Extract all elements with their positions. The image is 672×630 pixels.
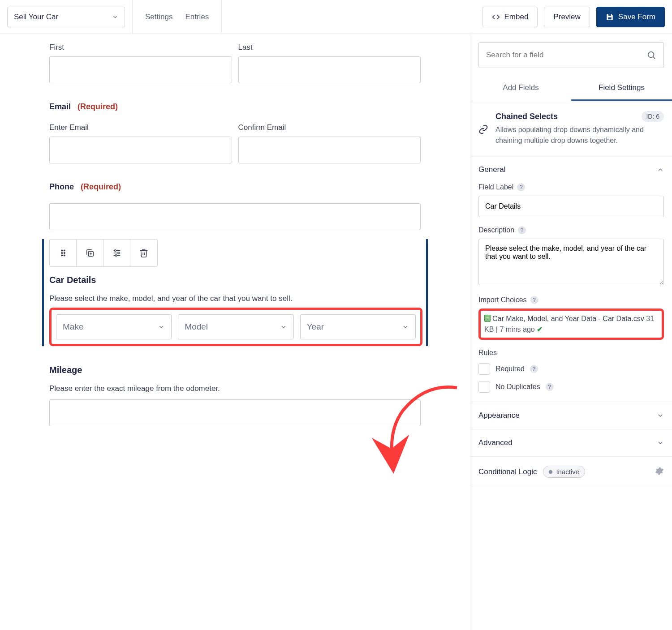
svg-point-2 bbox=[61, 250, 62, 251]
mileage-title: Mileage bbox=[49, 365, 421, 375]
field-search-input[interactable] bbox=[486, 51, 642, 60]
confirm-email-input[interactable] bbox=[238, 137, 421, 163]
no-duplicates-checkbox[interactable] bbox=[478, 381, 490, 393]
chevron-down-icon bbox=[112, 14, 118, 20]
nav-settings[interactable]: Settings bbox=[145, 13, 172, 21]
field-id-badge: ID: 6 bbox=[642, 111, 664, 122]
embed-button[interactable]: Embed bbox=[482, 7, 538, 27]
help-description[interactable]: ? bbox=[518, 226, 526, 234]
import-file-time: 7 mins ago bbox=[500, 326, 534, 333]
search-icon bbox=[646, 50, 656, 60]
accordion-appearance-header[interactable]: Appearance bbox=[470, 402, 672, 429]
save-icon bbox=[606, 13, 614, 21]
accordion-general-header[interactable]: General bbox=[470, 156, 672, 183]
svg-point-4 bbox=[61, 253, 62, 254]
duplicate-icon bbox=[85, 248, 95, 258]
selected-field-wrapper: Car Details Please select the make, mode… bbox=[42, 239, 428, 346]
chain-link-icon bbox=[478, 124, 488, 134]
first-name-input[interactable] bbox=[49, 56, 232, 83]
chevron-down-icon bbox=[158, 323, 165, 330]
save-label: Save Form bbox=[618, 13, 655, 21]
import-file-highlight: Car Make, Model, and Year Data - Car Dat… bbox=[478, 309, 664, 340]
tab-add-fields[interactable]: Add Fields bbox=[470, 76, 571, 101]
field-label-input[interactable] bbox=[478, 196, 664, 217]
model-dropdown[interactable]: Model bbox=[178, 314, 293, 339]
chevron-up-icon bbox=[657, 166, 664, 173]
chevron-down-icon bbox=[657, 439, 664, 446]
rules-label: Rules bbox=[478, 349, 664, 357]
chevron-down-icon bbox=[402, 323, 409, 330]
make-placeholder: Make bbox=[63, 322, 83, 332]
code-icon bbox=[492, 13, 500, 21]
last-name-label: Last bbox=[238, 43, 421, 52]
car-details-helper: Please select the make, model, and year … bbox=[49, 294, 422, 303]
chained-selects-highlight: Make Model Year bbox=[49, 308, 422, 346]
accordion-advanced-header[interactable]: Advanced bbox=[470, 429, 672, 456]
description-textarea[interactable] bbox=[478, 239, 664, 285]
phone-label: Phone bbox=[49, 182, 74, 191]
svg-line-18 bbox=[653, 57, 655, 59]
last-name-input[interactable] bbox=[238, 56, 421, 83]
mileage-input[interactable] bbox=[49, 399, 421, 426]
tab-field-settings[interactable]: Field Settings bbox=[571, 76, 672, 101]
phone-required-tag: (Required) bbox=[81, 182, 121, 191]
delete-button[interactable] bbox=[130, 240, 157, 266]
email-required-tag: (Required) bbox=[78, 102, 118, 111]
chevron-down-icon bbox=[280, 323, 287, 330]
field-label-label: Field Label bbox=[478, 183, 513, 191]
sliders-icon bbox=[112, 248, 122, 258]
year-dropdown[interactable]: Year bbox=[300, 314, 416, 339]
accordion-appearance-title: Appearance bbox=[478, 411, 520, 420]
gear-icon bbox=[655, 467, 664, 476]
car-details-title: Car Details bbox=[49, 275, 422, 285]
make-dropdown[interactable]: Make bbox=[56, 314, 172, 339]
conditional-status-text: Inactive bbox=[556, 468, 579, 476]
svg-point-7 bbox=[64, 255, 65, 256]
status-dot-icon bbox=[549, 470, 552, 474]
svg-rect-0 bbox=[608, 17, 612, 19]
form-selector-label: Sell Your Car bbox=[14, 13, 58, 21]
help-required[interactable]: ? bbox=[530, 365, 538, 373]
check-icon: ✔ bbox=[537, 326, 543, 333]
field-type-desc: Allows populating drop downs dynamically… bbox=[495, 124, 664, 146]
nav-entries[interactable]: Entries bbox=[185, 13, 209, 21]
svg-point-3 bbox=[64, 250, 65, 251]
required-checkbox[interactable] bbox=[478, 363, 490, 375]
description-label: Description bbox=[478, 226, 514, 234]
svg-point-16 bbox=[115, 255, 117, 257]
no-duplicates-label: No Duplicates bbox=[495, 383, 540, 391]
chevron-down-icon bbox=[657, 412, 664, 419]
help-no-duplicates[interactable]: ? bbox=[546, 383, 554, 391]
form-selector-dropdown[interactable]: Sell Your Car bbox=[7, 7, 125, 27]
required-label: Required bbox=[495, 365, 525, 373]
mileage-helper: Please enter the exact mileage from the … bbox=[49, 384, 421, 393]
enter-email-input[interactable] bbox=[49, 137, 232, 163]
preview-label: Preview bbox=[553, 13, 580, 21]
settings-button[interactable] bbox=[103, 240, 130, 266]
help-import-choices[interactable]: ? bbox=[530, 296, 538, 304]
phone-input[interactable] bbox=[49, 203, 421, 230]
drag-handle[interactable] bbox=[50, 240, 77, 266]
svg-point-6 bbox=[61, 255, 62, 256]
svg-point-14 bbox=[114, 250, 116, 252]
duplicate-button[interactable] bbox=[77, 240, 103, 266]
enter-email-label: Enter Email bbox=[49, 123, 232, 132]
accordion-general-title: General bbox=[478, 165, 505, 174]
model-placeholder: Model bbox=[185, 322, 208, 332]
first-name-label: First bbox=[49, 43, 232, 52]
help-field-label[interactable]: ? bbox=[517, 183, 525, 191]
svg-point-15 bbox=[117, 252, 119, 254]
csv-file-icon bbox=[484, 315, 491, 322]
year-placeholder: Year bbox=[307, 322, 324, 332]
conditional-settings-button[interactable] bbox=[655, 467, 664, 477]
save-form-button[interactable]: Save Form bbox=[596, 7, 665, 27]
svg-rect-1 bbox=[608, 14, 611, 16]
embed-label: Embed bbox=[504, 13, 529, 21]
preview-button[interactable]: Preview bbox=[544, 7, 590, 27]
conditional-logic-title: Conditional Logic bbox=[478, 467, 537, 476]
field-search[interactable] bbox=[478, 42, 664, 68]
confirm-email-label: Confirm Email bbox=[238, 123, 421, 132]
svg-point-17 bbox=[648, 52, 654, 58]
svg-point-5 bbox=[64, 253, 65, 254]
import-choices-label: Import Choices bbox=[478, 296, 527, 304]
